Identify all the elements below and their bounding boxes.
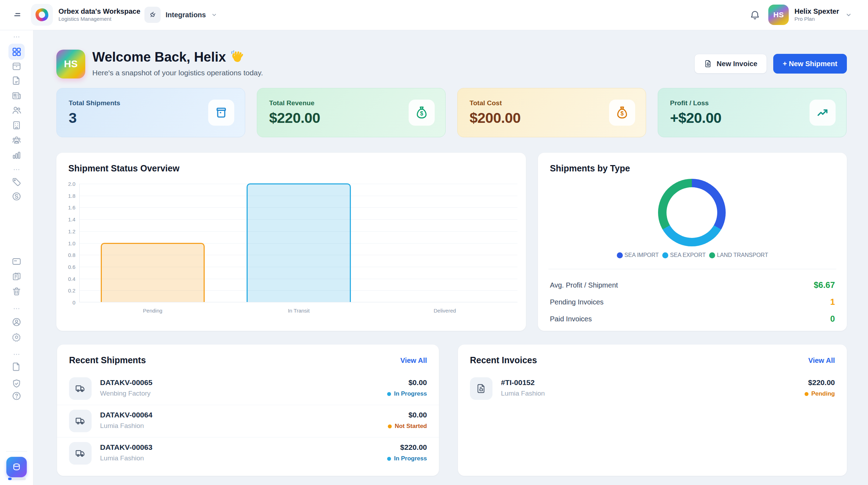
status-badge: Pending <box>805 390 835 397</box>
stat-value: $200.00 <box>470 110 521 126</box>
trend-up-icon <box>810 100 836 126</box>
workspace-logo-icon <box>31 4 53 26</box>
legend-item[interactable]: LAND TRANSPORT <box>709 252 768 258</box>
donut-chart <box>658 179 726 246</box>
status-dot-icon <box>387 457 391 461</box>
sidebar-item-currency[interactable] <box>8 188 25 204</box>
divider <box>548 269 836 269</box>
workspace-tagline: Logistics Management <box>58 15 140 23</box>
shipments-list: DATAKV-00065 Wenbing Factory $0.00 In Pr… <box>57 373 439 470</box>
shipments-by-type-panel: Shipments by Type SEA IMPORTSEA EXPORTLA… <box>538 153 847 331</box>
status-label: Not Started <box>395 423 427 430</box>
shipment-party: Wenbing Factory <box>100 390 150 397</box>
status-dot-icon <box>805 392 808 396</box>
sidebar-item-card[interactable] <box>8 253 25 270</box>
invoice-amount: $220.00 <box>808 378 835 387</box>
waving-hand-icon <box>230 50 245 65</box>
app-window: Orbex data's Workspace Logistics Managem… <box>0 0 868 485</box>
sidebar-item-contacts[interactable] <box>8 102 25 118</box>
user-avatar: HS <box>768 5 789 25</box>
user-menu[interactable]: HS Helix Spexter Pro Plan <box>768 4 852 25</box>
sidebar-item-settings[interactable] <box>8 329 25 345</box>
chevron-down-icon <box>845 11 852 19</box>
status-label: In Progress <box>394 390 427 397</box>
shipment-list-item[interactable]: DATAKV-00065 Wenbing Factory $0.00 In Pr… <box>57 373 439 405</box>
status-dot-icon <box>388 424 392 428</box>
shipment-amount: $0.00 <box>408 378 427 387</box>
sidebar-item-file[interactable] <box>8 359 25 375</box>
shipment-id: DATAKV-00063 <box>100 443 153 452</box>
notifications-button[interactable] <box>748 8 762 23</box>
sidebar <box>0 30 33 485</box>
legend-item[interactable]: SEA EXPORT <box>662 252 706 258</box>
user-plan: Pro Plan <box>794 15 839 23</box>
metric-row: Paid Invoices0 <box>550 310 835 327</box>
sidebar-item-document[interactable] <box>8 73 25 89</box>
stat-value: +$20.00 <box>670 110 721 126</box>
stat-card-total-revenue: Total Revenue$220.00 $ <box>257 88 446 137</box>
chevron-down-icon <box>211 11 218 18</box>
receipt-icon <box>470 377 492 400</box>
user-name: Helix Spexter <box>794 7 839 15</box>
workspace-name: Orbex data's Workspace <box>58 7 140 15</box>
view-all-invoices-link[interactable]: View All <box>808 357 835 365</box>
plug-icon <box>144 7 161 23</box>
status-badge: In Progress <box>387 390 427 397</box>
stat-label: Total Revenue <box>269 99 320 107</box>
shipment-amount: $0.00 <box>408 411 427 419</box>
new-invoice-button[interactable]: New Invoice <box>694 54 767 74</box>
recent-shipments-panel: Recent Shipments View All DATAKV-00065 W… <box>57 345 439 476</box>
stat-card-profit-loss: Profit / Loss+$20.00 <box>658 88 847 137</box>
recent-invoices-panel: Recent Invoices View All #TI-00152 Lumia… <box>458 345 847 476</box>
workspace-switcher[interactable]: Orbex data's Workspace Logistics Managem… <box>31 4 154 26</box>
hamburger-icon <box>12 10 23 20</box>
svg-text:$: $ <box>420 111 423 116</box>
menu-toggle-button[interactable] <box>11 8 25 22</box>
status-badge: Not Started <box>388 423 427 430</box>
sidebar-item-tag[interactable] <box>8 174 25 190</box>
new-shipment-button[interactable]: + New Shipment <box>773 54 847 74</box>
panel-title: Shipment Status Overview <box>68 163 179 174</box>
new-shipment-label: + New Shipment <box>783 60 837 68</box>
status-badge: In Progress <box>387 455 427 462</box>
sidebar-item-help[interactable] <box>8 388 25 404</box>
sidebar-item-account[interactable] <box>8 314 25 330</box>
status-dot-icon <box>387 392 391 396</box>
status-label: Pending <box>811 390 835 397</box>
bar-chart: 00.20.40.60.81.01.21.41.61.82.0PendingIn… <box>79 184 517 302</box>
stat-label: Total Cost <box>470 99 521 107</box>
chart-legend: SEA IMPORTSEA EXPORTLAND TRANSPORT <box>538 252 847 258</box>
shipment-amount: $220.00 <box>400 443 427 452</box>
bar-in-transit <box>247 183 351 302</box>
panel-title: Recent Invoices <box>470 355 537 365</box>
bell-icon <box>749 9 761 21</box>
sidebar-item-clipboard[interactable] <box>8 268 25 284</box>
stat-card-total-cost: Total Cost$200.00 $ <box>457 88 646 137</box>
integrations-label: Integrations <box>166 11 206 19</box>
shipment-list-item[interactable]: DATAKV-00063 Lumia Fashion $220.00 In Pr… <box>57 437 439 470</box>
money-bag-icon: $ <box>609 100 635 126</box>
page-subtitle: Here's a snapshot of your logistics oper… <box>92 69 263 77</box>
stat-card-total-shipments: Total Shipments3 <box>56 88 245 137</box>
sidebar-item-analytics[interactable] <box>8 147 25 163</box>
stat-label: Total Shipments <box>69 99 120 107</box>
sidebar-item-building[interactable] <box>8 117 25 133</box>
sidebar-item-newspaper[interactable] <box>8 88 25 104</box>
status-label: In Progress <box>394 455 427 462</box>
legend-item[interactable]: SEA IMPORT <box>617 252 659 258</box>
top-bar: Orbex data's Workspace Logistics Managem… <box>0 0 868 30</box>
invoice-list-item[interactable]: #TI-00152 Lumia Fashion $220.00 Pending <box>458 373 847 405</box>
svg-text:$: $ <box>621 111 624 116</box>
view-all-shipments-link[interactable]: View All <box>400 357 427 365</box>
nav-integrations[interactable]: Integrations <box>144 5 218 25</box>
main-content: HS Welcome Back, Helix Here's a snapshot… <box>33 30 868 485</box>
panel-title: Recent Shipments <box>69 355 146 365</box>
shipment-list-item[interactable]: DATAKV-00064 Lumia Fashion $0.00 Not Sta… <box>57 405 439 437</box>
sidebar-item-trash[interactable] <box>8 283 25 300</box>
bar-pending <box>101 243 205 302</box>
sidebar-item-team[interactable] <box>8 132 25 148</box>
sidebar-item-archive[interactable] <box>8 58 25 74</box>
database-button[interactable] <box>6 457 27 477</box>
stat-value: 3 <box>69 110 120 126</box>
sidebar-item-dashboard[interactable] <box>8 44 25 60</box>
